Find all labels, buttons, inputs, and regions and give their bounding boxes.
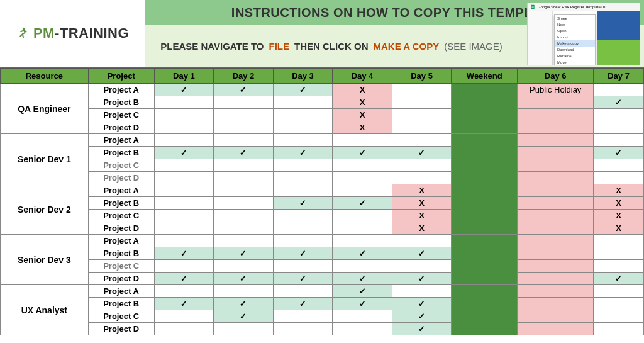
schedule-cell[interactable]: ✓ (273, 298, 333, 310)
project-cell[interactable]: Project A (88, 184, 154, 197)
project-cell[interactable]: Project A (88, 285, 154, 298)
schedule-cell[interactable]: ✓ (273, 273, 333, 285)
schedule-cell[interactable] (273, 210, 333, 222)
schedule-cell[interactable] (214, 323, 274, 335)
project-cell[interactable]: Project B (88, 197, 154, 210)
schedule-cell[interactable] (392, 96, 452, 109)
schedule-cell[interactable]: ✓ (392, 298, 452, 310)
schedule-cell[interactable] (594, 172, 644, 184)
schedule-cell[interactable] (392, 285, 452, 298)
day6-cell[interactable] (518, 222, 594, 235)
schedule-cell[interactable] (154, 134, 214, 147)
schedule-cell[interactable] (214, 172, 274, 184)
day6-cell[interactable] (518, 235, 594, 247)
schedule-cell[interactable] (594, 84, 644, 96)
schedule-cell[interactable] (392, 159, 452, 172)
schedule-cell[interactable] (154, 323, 214, 335)
schedule-cell[interactable] (273, 222, 333, 235)
schedule-cell[interactable]: ✓ (392, 323, 452, 335)
project-cell[interactable]: Project C (88, 260, 154, 273)
weekend-cell[interactable] (452, 184, 518, 235)
schedule-cell[interactable] (333, 172, 392, 184)
day6-cell[interactable] (518, 134, 594, 147)
schedule-cell[interactable] (333, 210, 392, 222)
schedule-cell[interactable] (594, 121, 644, 134)
day6-cell[interactable] (518, 273, 594, 285)
project-cell[interactable]: Project C (88, 109, 154, 121)
day6-cell[interactable] (518, 285, 594, 298)
resource-cell[interactable]: Senior Dev 3 (1, 235, 89, 285)
schedule-cell[interactable]: ✓ (214, 247, 274, 260)
schedule-cell[interactable] (594, 109, 644, 121)
weekend-cell[interactable] (452, 285, 518, 335)
schedule-cell[interactable] (154, 109, 214, 121)
col-weekend[interactable]: Weekend (452, 69, 518, 84)
schedule-cell[interactable]: X (392, 222, 452, 235)
weekend-cell[interactable] (452, 235, 518, 285)
schedule-cell[interactable] (154, 197, 214, 210)
project-cell[interactable]: Project D (88, 273, 154, 285)
day6-cell[interactable] (518, 197, 594, 210)
project-cell[interactable]: Project A (88, 84, 154, 96)
schedule-cell[interactable] (273, 172, 333, 184)
schedule-cell[interactable]: X (392, 184, 452, 197)
project-cell[interactable]: Project B (88, 298, 154, 310)
schedule-cell[interactable] (333, 310, 392, 323)
schedule-cell[interactable]: ✓ (392, 147, 452, 159)
schedule-cell[interactable] (333, 235, 392, 247)
schedule-cell[interactable]: X (594, 197, 644, 210)
schedule-cell[interactable]: ✓ (154, 147, 214, 159)
project-cell[interactable]: Project D (88, 121, 154, 134)
project-cell[interactable]: Project C (88, 159, 154, 172)
schedule-cell[interactable] (154, 121, 214, 134)
schedule-cell[interactable] (333, 323, 392, 335)
schedule-cell[interactable] (594, 134, 644, 147)
schedule-cell[interactable]: X (333, 121, 392, 134)
schedule-cell[interactable]: ✓ (273, 147, 333, 159)
schedule-cell[interactable] (214, 222, 274, 235)
schedule-cell[interactable]: ✓ (154, 247, 214, 260)
schedule-cell[interactable] (594, 323, 644, 335)
schedule-cell[interactable]: ✓ (154, 84, 214, 96)
resource-cell[interactable]: Senior Dev 1 (1, 134, 89, 184)
schedule-cell[interactable] (273, 285, 333, 298)
schedule-cell[interactable] (214, 235, 274, 247)
day6-cell[interactable] (518, 159, 594, 172)
col-day3[interactable]: Day 3 (273, 69, 333, 84)
schedule-cell[interactable] (273, 134, 333, 147)
schedule-cell[interactable]: ✓ (594, 273, 644, 285)
resource-cell[interactable]: QA Engineer (1, 84, 89, 134)
schedule-cell[interactable] (392, 235, 452, 247)
schedule-cell[interactable] (214, 109, 274, 121)
schedule-cell[interactable]: ✓ (333, 247, 392, 260)
project-cell[interactable]: Project A (88, 134, 154, 147)
schedule-cell[interactable] (273, 96, 333, 109)
col-day5[interactable]: Day 5 (392, 69, 452, 84)
project-cell[interactable]: Project D (88, 222, 154, 235)
schedule-cell[interactable] (392, 260, 452, 273)
schedule-cell[interactable] (273, 184, 333, 197)
schedule-cell[interactable]: ✓ (273, 247, 333, 260)
day6-cell[interactable] (518, 96, 594, 109)
schedule-cell[interactable]: X (392, 197, 452, 210)
schedule-cell[interactable] (273, 109, 333, 121)
col-day1[interactable]: Day 1 (154, 69, 214, 84)
schedule-cell[interactable]: X (392, 210, 452, 222)
col-resource[interactable]: Resource (1, 69, 89, 84)
schedule-cell[interactable] (154, 96, 214, 109)
schedule-cell[interactable]: ✓ (392, 310, 452, 323)
weekend-cell[interactable] (452, 134, 518, 184)
project-cell[interactable]: Project C (88, 310, 154, 323)
schedule-cell[interactable]: X (594, 210, 644, 222)
schedule-cell[interactable]: X (594, 184, 644, 197)
schedule-cell[interactable] (392, 172, 452, 184)
col-day2[interactable]: Day 2 (214, 69, 274, 84)
day6-cell[interactable] (518, 298, 594, 310)
schedule-cell[interactable]: ✓ (154, 298, 214, 310)
schedule-cell[interactable] (333, 134, 392, 147)
project-cell[interactable]: Project B (88, 147, 154, 159)
schedule-cell[interactable] (154, 172, 214, 184)
schedule-cell[interactable]: ✓ (333, 298, 392, 310)
day6-cell[interactable] (518, 184, 594, 197)
schedule-cell[interactable]: X (333, 109, 392, 121)
